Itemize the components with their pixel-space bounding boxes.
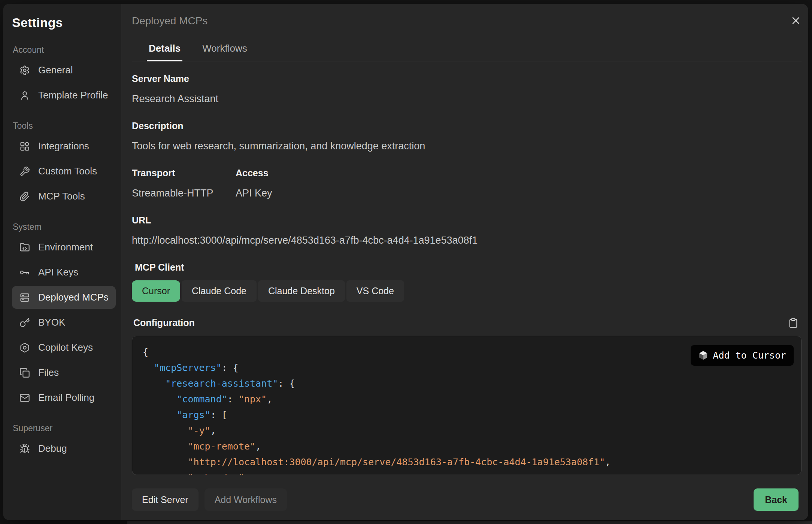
code-line: "http://localhost:3000/api/mcp/serve/485…	[143, 454, 791, 470]
settings-dialog: Settings AccountGeneralTemplate ProfileT…	[3, 4, 808, 520]
code-line: "args": [	[143, 407, 791, 423]
sidebar-item-template-profile[interactable]: Template Profile	[12, 84, 116, 107]
access-label: Access	[236, 168, 269, 179]
add-workflows-button[interactable]: Add Workflows	[204, 488, 287, 511]
sidebar-item-files[interactable]: Files	[12, 361, 116, 384]
key-round-icon	[19, 267, 30, 278]
server-icon	[19, 292, 30, 303]
edit-server-button[interactable]: Edit Server	[132, 488, 199, 511]
copy-configuration-button[interactable]	[788, 318, 799, 328]
client-button-cursor[interactable]: Cursor	[132, 280, 180, 302]
tabs-row: DetailsWorkflows	[132, 40, 802, 61]
mail-icon	[19, 393, 30, 403]
sidebar-item-environment[interactable]: Environment	[12, 236, 116, 259]
transport-value: Streamable-HTTP	[132, 188, 236, 199]
access-value: API Key	[236, 188, 272, 199]
sidebar-item-label: API Keys	[38, 266, 78, 278]
sidebar-item-label: Debug	[38, 443, 67, 454]
sidebar-item-general[interactable]: General	[12, 59, 116, 82]
code-line: "research-assistant": {	[143, 376, 791, 392]
sidebar-section-label: Superuser	[13, 423, 116, 433]
url-value: http://localhost:3000/api/mcp/serve/4853…	[132, 235, 802, 246]
sidebar-sections: AccountGeneralTemplate ProfileToolsInteg…	[12, 31, 116, 462]
sidebar-section-label: Tools	[13, 121, 116, 131]
content-header: Deployed MCPs	[132, 14, 802, 28]
sidebar-item-debug[interactable]: Debug	[12, 437, 116, 460]
transport-label: Transport	[132, 168, 236, 179]
close-icon	[790, 15, 802, 28]
clipboard-icon	[788, 323, 799, 329]
key-icon	[19, 317, 30, 328]
files-icon	[19, 368, 30, 378]
sidebar-item-integrations[interactable]: Integrations	[12, 135, 116, 158]
sidebar-item-label: Environment	[38, 241, 93, 253]
description-value: Tools for web research, summarization, a…	[132, 140, 802, 152]
code-line: "command": "npx",	[143, 392, 791, 407]
sidebar-item-byok[interactable]: BYOK	[12, 311, 116, 334]
back-button[interactable]: Back	[754, 488, 799, 511]
tab-details[interactable]: Details	[147, 40, 182, 61]
mcp-client-label: MCP Client	[135, 262, 802, 273]
add-to-cursor-button[interactable]: Add to Cursor	[691, 345, 794, 366]
sidebar-item-mcp-tools[interactable]: MCP Tools	[12, 185, 116, 208]
sidebar-item-label: BYOK	[38, 317, 65, 328]
bug-icon	[19, 444, 30, 454]
mcp-client-selector: CursorClaude CodeClaude DesktopVS Code	[132, 280, 802, 302]
sidebar-section-label: System	[13, 222, 116, 232]
sidebar-item-email-polling[interactable]: Email Polling	[12, 386, 116, 409]
sidebar-item-label: Custom Tools	[38, 165, 97, 177]
client-button-vs-code[interactable]: VS Code	[346, 280, 404, 302]
sidebar-item-label: MCP Tools	[38, 191, 85, 202]
configuration-code-block[interactable]: { "mcpServers": { "research-assistant": …	[132, 336, 802, 475]
sidebar-item-custom-tools[interactable]: Custom Tools	[12, 160, 116, 183]
sidebar-item-label: Email Polling	[38, 392, 94, 403]
settings-content: Deployed MCPs DetailsWorkflows Server Na…	[121, 4, 808, 520]
close-button[interactable]	[789, 14, 803, 28]
cursor-logo-icon	[698, 350, 708, 360]
gear-icon	[19, 65, 30, 76]
grid-icon	[19, 141, 30, 152]
code-line: "mcp-remote",	[143, 439, 791, 454]
sidebar-item-api-keys[interactable]: API Keys	[12, 261, 116, 284]
transport-access-labels: Transport Access	[132, 168, 802, 188]
page-title: Deployed MCPs	[132, 14, 207, 28]
tab-workflows[interactable]: Workflows	[200, 40, 249, 61]
sidebar-item-label: Integrations	[38, 140, 89, 152]
sidebar-item-label: Files	[38, 367, 59, 378]
configuration-row: Configuration	[133, 317, 802, 328]
server-name-value: Research Assistant	[132, 93, 802, 105]
sidebar-item-label: Template Profile	[38, 89, 108, 101]
underlying-app-edge	[127, 521, 812, 524]
sidebar-item-label: General	[38, 64, 73, 76]
code-line: "--header"	[143, 470, 791, 475]
folder-code-icon	[19, 242, 30, 253]
sidebar-item-label: Copilot Keys	[38, 342, 93, 353]
add-to-cursor-label: Add to Cursor	[713, 350, 786, 361]
description-label: Description	[132, 121, 802, 131]
transport-access-values: Streamable-HTTP API Key	[132, 188, 802, 215]
hexagon-icon	[19, 342, 30, 353]
dialog-footer: Edit Server Add Workflows Back	[132, 479, 802, 520]
paperclip-icon	[19, 191, 30, 202]
sidebar-section-label: Account	[13, 45, 116, 55]
server-name-label: Server Name	[132, 73, 802, 84]
configuration-label: Configuration	[133, 317, 195, 328]
settings-sidebar: Settings AccountGeneralTemplate ProfileT…	[3, 4, 121, 520]
settings-title: Settings	[12, 14, 116, 31]
sidebar-item-deployed-mcps[interactable]: Deployed MCPs	[12, 286, 116, 309]
wrench-icon	[19, 166, 30, 177]
sidebar-item-label: Deployed MCPs	[38, 292, 109, 303]
user-icon	[19, 90, 30, 101]
code-line: "-y",	[143, 423, 791, 439]
client-button-claude-desktop[interactable]: Claude Desktop	[258, 280, 345, 302]
details-panel: Server Name Research Assistant Descripti…	[132, 73, 802, 479]
sidebar-item-copilot-keys[interactable]: Copilot Keys	[12, 336, 116, 359]
url-label: URL	[132, 215, 802, 226]
client-button-claude-code[interactable]: Claude Code	[182, 280, 257, 302]
